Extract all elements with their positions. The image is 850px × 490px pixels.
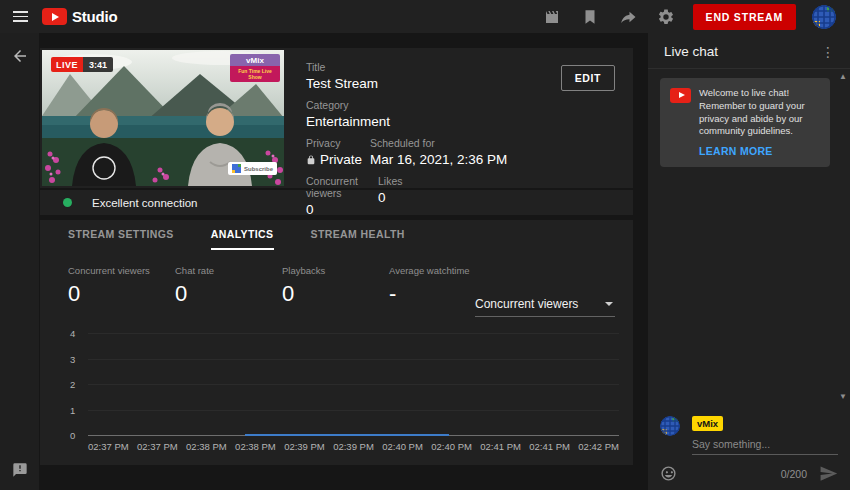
chart-metric-dropdown[interactable]: Concurrent viewers	[475, 297, 615, 317]
youtube-studio-logo[interactable]: Studio	[42, 8, 117, 25]
live-chat-messages: ▲ Welcome to live chat! Remember to guar…	[648, 69, 850, 405]
viewers-value: 0	[306, 202, 378, 217]
stream-category: Entertainment	[306, 114, 633, 129]
likes-label: Likes	[378, 175, 403, 187]
share-icon[interactable]	[619, 8, 637, 26]
subscribe-overlay-label: Subscribe	[244, 166, 273, 172]
y-tick: 0	[70, 430, 82, 441]
char-count: 0/200	[781, 468, 807, 480]
chevron-down-icon	[605, 302, 613, 306]
y-tick: 4	[70, 328, 82, 339]
tab-bar: STREAM SETTINGS ANALYTICS STREAM HEALTH	[40, 220, 633, 250]
live-video-preview: LIVE 3:41 vMix Fun Time Live Show Subscr…	[42, 50, 284, 186]
main-content: LIVE 3:41 vMix Fun Time Live Show Subscr…	[39, 33, 648, 490]
youtube-icon	[670, 88, 691, 103]
x-axis-labels: 02:37 PM 02:37 PM 02:38 PM 02:38 PM 02:3…	[88, 441, 619, 452]
learn-more-link[interactable]: LEARN MORE	[699, 145, 821, 157]
account-avatar[interactable]	[812, 5, 836, 29]
y-tick: 1	[70, 404, 82, 415]
vmix-overlay-brand: vMix	[230, 54, 280, 66]
live-chat-panel: Live chat ⋮ ▲ Welcome to live chat! Reme…	[648, 33, 850, 490]
scroll-down-icon[interactable]: ▼	[839, 393, 847, 401]
viewers-label: Concurrent viewers	[306, 175, 378, 199]
tab-stream-settings[interactable]: STREAM SETTINGS	[68, 220, 174, 250]
send-icon[interactable]	[819, 464, 838, 483]
welcome-message-text: Welcome to live chat! Remember to guard …	[699, 87, 821, 138]
edit-button[interactable]: EDIT	[561, 65, 615, 91]
lock-icon	[306, 152, 320, 167]
concurrent-viewers-chart: 4 3 2 1 0 02:37 PM 02:37 PM	[68, 333, 619, 452]
live-chat-header: Live chat ⋮	[648, 33, 850, 69]
settings-gear-icon[interactable]	[657, 8, 675, 26]
emoji-icon[interactable]	[660, 465, 677, 482]
tab-analytics[interactable]: ANALYTICS	[211, 220, 274, 250]
category-label: Category	[306, 99, 633, 111]
analytics-card: STREAM SETTINGS ANALYTICS STREAM HEALTH …	[40, 220, 633, 465]
chart-metric-dropdown-value: Concurrent viewers	[475, 297, 578, 311]
chat-user-avatar	[660, 416, 680, 436]
connection-status-text: Excellent connection	[92, 197, 197, 209]
metric-chat-rate: Chat rate 0	[175, 265, 282, 307]
elapsed-time-badge: 3:41	[83, 57, 113, 72]
username-badge: vMix	[692, 416, 723, 431]
menu-icon[interactable]	[0, 0, 40, 33]
top-bar: Studio END STREAM	[0, 0, 850, 33]
youtube-play-icon	[42, 8, 67, 25]
scheduled-label: Scheduled for	[370, 137, 507, 149]
back-arrow-icon[interactable]	[11, 47, 29, 65]
privacy-value: Private	[320, 152, 362, 167]
metric-concurrent-viewers: Concurrent viewers 0	[68, 265, 175, 307]
y-tick: 2	[70, 379, 82, 390]
welcome-message-card: Welcome to live chat! Remember to guard …	[660, 78, 830, 167]
brand-text: Studio	[72, 8, 117, 25]
left-sidebar	[0, 33, 39, 490]
subscribe-overlay: Subscribe	[228, 162, 277, 175]
chat-message-input[interactable]	[692, 438, 838, 455]
live-badge: LIVE	[51, 57, 83, 72]
vmix-overlay-caption: Fun Time Live Show	[230, 66, 280, 82]
chart-line-segment	[245, 434, 449, 436]
tab-stream-health[interactable]: STREAM HEALTH	[311, 220, 405, 250]
end-stream-button[interactable]: END STREAM	[693, 4, 796, 30]
metric-playbacks: Playbacks 0	[282, 265, 389, 307]
kebab-menu-icon[interactable]: ⋮	[818, 45, 838, 59]
bookmark-icon[interactable]	[581, 8, 599, 26]
feedback-icon[interactable]	[12, 462, 28, 478]
likes-value: 0	[378, 190, 403, 205]
vmix-overlay: vMix Fun Time Live Show	[230, 54, 280, 82]
privacy-label: Privacy	[306, 137, 370, 149]
chat-input-area: vMix 0/200	[648, 405, 850, 490]
live-chat-title: Live chat	[664, 44, 718, 59]
connection-status-icon	[63, 198, 72, 207]
video-icon[interactable]	[543, 8, 561, 26]
channel-grid-icon	[232, 164, 241, 173]
stream-info-card: LIVE 3:41 vMix Fun Time Live Show Subscr…	[40, 48, 633, 188]
scroll-up-icon[interactable]: ▲	[839, 73, 847, 81]
scheduled-value: Mar 16, 2021, 2:36 PM	[370, 152, 507, 167]
y-tick: 3	[70, 353, 82, 364]
